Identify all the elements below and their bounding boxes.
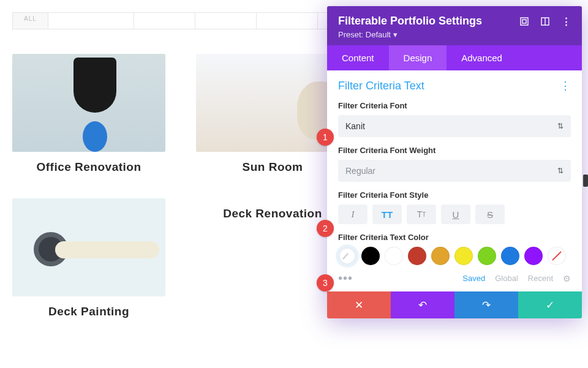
font-style-row: I TT TT U S xyxy=(338,205,571,224)
font-select-value: Kanit xyxy=(345,121,365,131)
weight-select-value: Regular xyxy=(345,166,375,176)
expand-icon[interactable] xyxy=(519,17,529,26)
smallcaps-button[interactable]: TT xyxy=(407,205,436,224)
filter-tab[interactable] xyxy=(257,13,318,29)
redo-icon: ↷ xyxy=(482,299,491,312)
annotation-badge-3: 3 xyxy=(317,274,334,291)
swatch-orange[interactable] xyxy=(431,247,450,265)
svg-rect-1 xyxy=(522,20,526,23)
updown-icon: ⇅ xyxy=(557,167,564,175)
panel-header: Filterable Portfolio Settings ⋮ Preset: … xyxy=(327,6,582,45)
card-title: Deck Painting xyxy=(12,305,165,318)
settings-panel: Filterable Portfolio Settings ⋮ Preset: … xyxy=(327,6,582,318)
color-tab-recent[interactable]: Recent xyxy=(528,274,553,283)
svg-rect-0 xyxy=(521,18,528,25)
cancel-button[interactable]: ✕ xyxy=(327,291,391,318)
label-color: Filter Criteria Text Color xyxy=(338,233,571,242)
label-weight: Filter Criteria Font Weight xyxy=(338,146,571,155)
label-style: Filter Criteria Font Style xyxy=(338,190,571,200)
color-tab-saved[interactable]: Saved xyxy=(462,274,485,283)
panel-body: Filter Criteria Text ⋮ Filter Criteria F… xyxy=(327,70,582,291)
italic-button[interactable]: I xyxy=(338,205,368,224)
strikethrough-button[interactable]: S xyxy=(475,205,505,224)
label-font: Filter Criteria Font xyxy=(338,101,571,110)
card-title: Office Renovation xyxy=(12,160,165,174)
swatch-none[interactable] xyxy=(548,247,566,265)
undo-button[interactable]: ↶ xyxy=(391,291,454,318)
portfolio-card[interactable]: Sun Room xyxy=(196,54,349,174)
color-swatches xyxy=(338,247,571,265)
kebab-icon[interactable]: ⋮ xyxy=(561,17,571,26)
portfolio-card[interactable]: Deck Painting xyxy=(12,198,165,318)
font-select[interactable]: Kanit ⇅ xyxy=(338,115,571,137)
gear-icon[interactable]: ⚙ xyxy=(563,274,571,284)
layout-icon[interactable] xyxy=(540,17,550,26)
annotation-badge-2: 2 xyxy=(317,220,334,237)
underline-button[interactable]: U xyxy=(441,205,470,224)
caret-down-icon: ▾ xyxy=(393,30,398,39)
filter-tab-all[interactable]: ALL xyxy=(13,13,48,29)
save-button[interactable]: ✓ xyxy=(518,291,582,318)
swatch-blue[interactable] xyxy=(501,247,519,265)
filter-tab[interactable] xyxy=(48,13,134,29)
swatch-white[interactable] xyxy=(385,247,403,265)
panel-title-row: Filterable Portfolio Settings ⋮ xyxy=(338,15,571,28)
uppercase-button[interactable]: TT xyxy=(372,205,402,224)
more-dots-icon[interactable]: ••• xyxy=(338,271,353,285)
color-picker-button[interactable] xyxy=(338,247,356,265)
weight-select[interactable]: Regular ⇅ xyxy=(338,160,571,182)
check-icon: ✓ xyxy=(546,299,554,312)
preset-selector[interactable]: Preset: Default ▾ xyxy=(338,30,571,39)
section-kebab-icon[interactable]: ⋮ xyxy=(560,79,571,92)
section-title: Filter Criteria Text ⋮ xyxy=(338,79,571,92)
color-tab-global[interactable]: Global xyxy=(495,274,518,283)
annotation-badge-1: 1 xyxy=(317,129,334,146)
card-thumbnail xyxy=(12,54,165,152)
updown-icon: ⇅ xyxy=(557,122,564,130)
swatch-green[interactable] xyxy=(478,247,496,265)
undo-icon: ↶ xyxy=(418,299,427,312)
swatch-black[interactable] xyxy=(361,247,380,265)
close-icon: ✕ xyxy=(355,299,363,312)
panel-footer: ✕ ↶ ↷ ✓ xyxy=(327,291,582,318)
swatch-red[interactable] xyxy=(408,247,426,265)
card-title: Deck Renovation xyxy=(196,207,349,220)
tab-design[interactable]: Design xyxy=(389,45,447,70)
color-sub-row: ••• Saved Global Recent ⚙ xyxy=(338,271,571,285)
tab-content[interactable]: Content xyxy=(327,45,389,70)
filter-tab[interactable] xyxy=(134,13,195,29)
card-thumbnail xyxy=(12,198,165,296)
panel-tabs: Content Design Advanced xyxy=(327,45,582,70)
tab-advanced[interactable]: Advanced xyxy=(447,45,517,70)
swatch-purple[interactable] xyxy=(524,247,543,265)
scrollbar-handle[interactable] xyxy=(583,175,588,187)
swatch-yellow[interactable] xyxy=(454,247,473,265)
panel-title: Filterable Portfolio Settings xyxy=(338,15,482,28)
card-title: Sun Room xyxy=(196,160,349,174)
portfolio-card[interactable]: Office Renovation xyxy=(12,54,165,174)
portfolio-card[interactable]: Deck Renovation xyxy=(196,198,349,318)
filter-tab[interactable] xyxy=(195,13,257,29)
redo-button[interactable]: ↷ xyxy=(454,291,518,318)
